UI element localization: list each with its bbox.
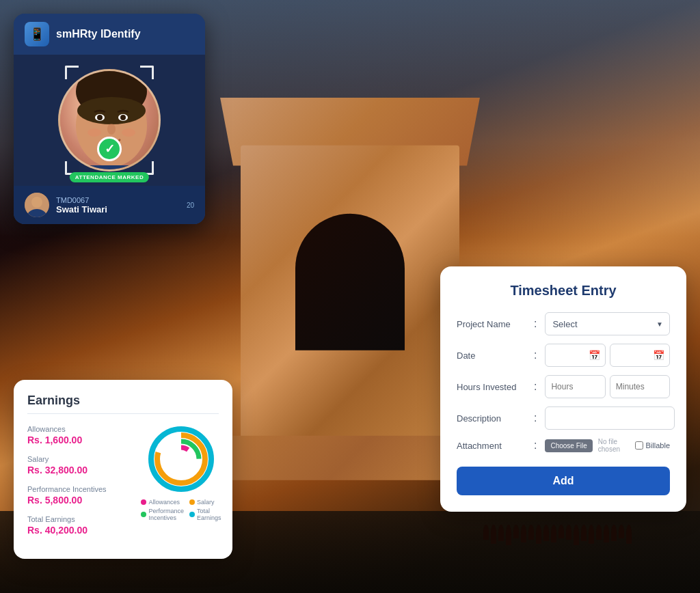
- timesheet-card: Timesheet Entry Project Name : Select Pr…: [440, 266, 686, 512]
- attendance-badge: ATTENDANCE MARKED: [70, 172, 149, 182]
- earning-item: Allowances Rs. 1,600.00: [27, 425, 133, 445]
- no-file-text: No file chosen: [598, 438, 630, 453]
- earnings-card: Earnings Allowances Rs. 1,600.00 Salary …: [14, 380, 232, 559]
- crowd-area: [483, 525, 632, 545]
- identify-card-footer: TMD0067 Swati Tiwari 20: [14, 186, 205, 224]
- app-logo-icon: 📱: [25, 22, 49, 46]
- monument-body: [241, 146, 459, 439]
- date-label: Date: [457, 350, 528, 361]
- billable-label: Billable: [646, 441, 670, 450]
- employee-details: TMD0067 Swati Tiwari: [56, 196, 180, 215]
- earning-value: Rs. 32,800.00: [27, 465, 133, 475]
- hours-label: Hours Invested: [457, 382, 528, 392]
- hours-colon: :: [534, 381, 537, 393]
- svg-point-12: [31, 197, 42, 208]
- date-from-wrap: 📅: [545, 344, 605, 367]
- description-input[interactable]: [545, 406, 675, 430]
- hours-input-wrap: [545, 375, 605, 398]
- minutes-input-wrap: [610, 375, 670, 398]
- earnings-card-title: Earnings: [27, 394, 219, 414]
- hours-row: Hours Invested :: [457, 375, 670, 398]
- verification-checkmark: ✓: [97, 137, 122, 161]
- earnings-donut-chart: [147, 425, 215, 493]
- employee-name-text: Swati Tiwari: [56, 204, 180, 215]
- description-colon: :: [534, 412, 537, 424]
- legend-item: Performance Incentives: [141, 508, 184, 521]
- legend-dot-icon: [141, 499, 146, 505]
- choose-file-button[interactable]: Choose File: [545, 439, 592, 452]
- attachment-label: Attachment: [457, 441, 528, 451]
- legend-label: Total Earnings: [197, 508, 221, 521]
- earning-value: Rs. 1,600.00: [27, 435, 133, 445]
- earning-label: Salary: [27, 455, 133, 463]
- employee-date-text: 20: [187, 202, 194, 209]
- date-inputs: 📅 📅: [545, 344, 670, 367]
- hours-input[interactable]: [545, 375, 605, 398]
- calendar-to-icon: 📅: [653, 350, 664, 361]
- calendar-from-icon: 📅: [589, 350, 600, 361]
- legend-dot-icon: [189, 499, 195, 505]
- earnings-list: Allowances Rs. 1,600.00 Salary Rs. 32,80…: [27, 425, 133, 545]
- date-colon: :: [534, 349, 537, 361]
- earning-value: Rs. 40,200.00: [27, 525, 133, 536]
- minutes-input[interactable]: [610, 375, 670, 398]
- svg-point-18: [175, 453, 187, 465]
- add-timesheet-button[interactable]: Add: [457, 467, 670, 495]
- legend-label: Salary: [197, 499, 215, 506]
- identify-card-header: 📱 smHRty IDentify: [14, 14, 205, 55]
- legend-dot-icon: [189, 512, 195, 517]
- employee-id-text: TMD0067: [56, 196, 180, 204]
- attachment-row: Attachment : Choose File No file chosen …: [457, 438, 670, 453]
- attachment-controls: Choose File No file chosen Billable: [545, 438, 670, 453]
- earning-item: Total Earnings Rs. 40,200.00: [27, 515, 133, 536]
- hours-inputs: [545, 375, 670, 398]
- legend-item: Allowances: [141, 499, 184, 506]
- identify-card: 📱 smHRty IDentify: [14, 14, 205, 224]
- billable-wrap: Billable: [635, 441, 670, 450]
- legend-dot-icon: [141, 512, 146, 517]
- chart-legend: Allowances Salary Performance Incentives…: [141, 499, 221, 521]
- legend-item: Salary: [189, 499, 221, 506]
- earning-label: Allowances: [27, 425, 133, 433]
- earning-value: Rs. 5,800.00: [27, 495, 133, 506]
- project-name-select-wrapper[interactable]: Select Project A Project B ▼: [545, 312, 670, 335]
- earnings-content: Allowances Rs. 1,600.00 Salary Rs. 32,80…: [27, 425, 219, 545]
- project-name-label: Project Name: [457, 319, 528, 329]
- legend-label: Allowances: [148, 499, 180, 506]
- avatar-svg: [25, 193, 49, 217]
- identify-card-title: smHRty IDentify: [56, 28, 141, 40]
- earning-item: Salary Rs. 32,800.00: [27, 455, 133, 475]
- project-name-select[interactable]: Select Project A Project B: [545, 312, 670, 335]
- attachment-colon: :: [534, 439, 537, 452]
- face-scan-container: ✓: [55, 66, 164, 175]
- legend-label: Performance Incentives: [148, 508, 184, 521]
- employee-avatar: [25, 193, 49, 217]
- legend-item: Total Earnings: [189, 508, 221, 521]
- donut-svg: [147, 425, 215, 493]
- earning-label: Total Earnings: [27, 515, 133, 523]
- monument-arch: [295, 214, 405, 350]
- description-row: Description :: [457, 406, 670, 430]
- earning-item: Performance Incentives Rs. 5,800.00: [27, 485, 133, 506]
- earnings-chart-area: Allowances Salary Performance Incentives…: [144, 425, 219, 545]
- billable-checkbox[interactable]: [635, 441, 643, 450]
- timesheet-card-title: Timesheet Entry: [457, 283, 670, 299]
- earning-label: Performance Incentives: [27, 485, 133, 493]
- date-row: Date : 📅 📅: [457, 344, 670, 367]
- project-name-colon: :: [534, 318, 537, 330]
- description-label: Description: [457, 413, 528, 424]
- identify-photo-area: ✓ ATTENDANCE MARKED: [14, 55, 205, 186]
- project-name-row: Project Name : Select Project A Project …: [457, 312, 670, 335]
- date-to-wrap: 📅: [610, 344, 670, 367]
